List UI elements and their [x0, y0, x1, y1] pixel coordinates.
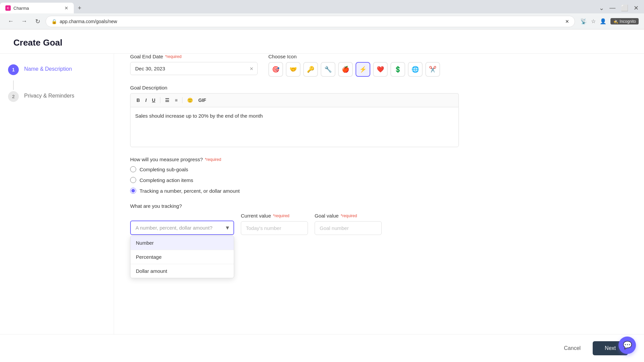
progress-label: How will you measure progress? *required	[130, 157, 459, 162]
italic-button[interactable]: I	[143, 96, 149, 104]
tracking-dropdown-wrapper: A number, percent, dollar amount? ▼ Numb…	[130, 221, 234, 235]
icon-btn-3[interactable]: 🔧	[321, 62, 335, 77]
current-value-group: Current value *required	[241, 213, 308, 235]
minimize-icon[interactable]: —	[609, 4, 615, 12]
radio-action-items[interactable]: Completing action items	[130, 177, 459, 183]
bookmark-icon[interactable]: ☆	[591, 18, 596, 24]
progress-section: How will you measure progress? *required…	[130, 157, 459, 194]
active-tab[interactable]: C Charma ✕	[0, 3, 74, 13]
unordered-list-button[interactable]: ☰	[163, 96, 171, 104]
current-value-label: Current value *required	[241, 213, 308, 219]
tab-controls: ⌄ — ⬜ ✕	[599, 4, 644, 12]
icon-btn-5[interactable]: ⚡	[356, 62, 370, 77]
form-section: Goal End Date *required ✕ Choose Icon	[130, 54, 459, 235]
gif-button[interactable]: GIF	[196, 96, 208, 104]
browser-window: C Charma ✕ + ⌄ — ⬜ ✕ ← → ↻ 🔒 app.charma.…	[0, 0, 644, 362]
chat-icon: 💬	[623, 341, 632, 350]
radio-group: Completing sub-goals Completing action i…	[130, 166, 459, 194]
page-content: Create Goal 1 Name & Description 2 Priva…	[0, 29, 644, 362]
icon-btn-8[interactable]: 🌐	[408, 62, 423, 77]
date-input-wrapper: ✕	[130, 62, 258, 75]
page-title: Create Goal	[13, 38, 631, 48]
radio-tracking-input[interactable]	[130, 188, 136, 194]
date-input[interactable]	[130, 62, 258, 75]
goal-value-label: Goal value *required	[315, 213, 382, 219]
dropdown-menu: Number Percentage Dollar amount	[130, 236, 234, 278]
dropdown-option-number[interactable]: Number	[130, 236, 234, 250]
step-connector	[13, 80, 14, 90]
icon-chooser: Choose Icon 🎯 🤝 🔑 🔧 🍎 ⚡ ❤️ 💲 🌐	[268, 54, 459, 77]
reload-button[interactable]: ↻	[32, 16, 43, 27]
main-layout: 1 Name & Description 2 Privacy & Reminde…	[0, 54, 644, 334]
icon-btn-6[interactable]: ❤️	[373, 62, 388, 77]
dropdown-option-percentage[interactable]: Percentage	[130, 250, 234, 264]
tracking-label: What are you tracking?	[130, 203, 459, 209]
date-clear-button[interactable]: ✕	[250, 66, 254, 71]
clear-address-icon[interactable]: ✕	[565, 19, 569, 24]
radio-sub-goals-input[interactable]	[130, 166, 136, 172]
step-2-circle: 2	[8, 91, 19, 102]
toolbar-divider-2	[182, 97, 182, 103]
current-value-required: *required	[273, 214, 289, 218]
end-date-icon-row: Goal End Date *required ✕ Choose Icon	[130, 54, 459, 77]
description-text: Sales should increase up to 20% by the e…	[135, 113, 263, 119]
end-date-label: Goal End Date *required	[130, 54, 258, 59]
description-label: Goal Description	[130, 85, 459, 90]
tracking-dropdown-display[interactable]: A number, percent, dollar amount?	[130, 221, 234, 235]
icon-btn-0[interactable]: 🎯	[268, 62, 283, 77]
tab-favicon: C	[5, 5, 11, 11]
step-1-circle: 1	[8, 64, 19, 75]
current-value-input[interactable]	[241, 221, 308, 235]
icon-btn-9[interactable]: ✂️	[425, 62, 440, 77]
nav-icons: 📡 ☆ 👤 🕵️ Incognito	[578, 18, 639, 24]
radio-tracking[interactable]: Tracking a number, percent, or dollar am…	[130, 188, 459, 194]
address-bar[interactable]: 🔒 app.charma.com/goals/new ✕	[46, 16, 575, 27]
goal-value-group: Goal value *required	[315, 213, 382, 235]
tracking-section: What are you tracking? A number, percent…	[130, 203, 459, 235]
step-1-item[interactable]: 1 Name & Description	[8, 64, 106, 75]
step-2-item[interactable]: 2 Privacy & Reminders	[8, 91, 106, 102]
radio-sub-goals[interactable]: Completing sub-goals	[130, 166, 459, 172]
description-section: Goal Description B I U ☰ ≡ 🙂 GIF	[130, 85, 459, 147]
end-date-required: *required	[165, 54, 181, 59]
radio-action-items-label: Completing action items	[140, 177, 193, 183]
icon-btn-4[interactable]: 🍎	[338, 62, 353, 77]
icon-btn-2[interactable]: 🔑	[303, 62, 318, 77]
icon-grid: 🎯 🤝 🔑 🔧 🍎 ⚡ ❤️ 💲 🌐 ✂️	[268, 62, 459, 77]
editor-toolbar: B I U ☰ ≡ 🙂 GIF	[130, 93, 459, 107]
progress-required: *required	[205, 157, 221, 162]
radio-action-items-input[interactable]	[130, 177, 136, 183]
dropdown-option-dollar[interactable]: Dollar amount	[130, 264, 234, 278]
form-footer: Cancel Next	[0, 334, 644, 362]
close-icon[interactable]: ✕	[634, 4, 639, 12]
icon-btn-1[interactable]: 🤝	[286, 62, 301, 77]
goal-value-required: *required	[341, 214, 357, 218]
radio-tracking-label: Tracking a number, percent, or dollar am…	[140, 188, 240, 194]
page-header: Create Goal	[0, 29, 644, 54]
toolbar-divider-1	[160, 97, 160, 103]
ordered-list-button[interactable]: ≡	[173, 96, 179, 104]
new-tab-button[interactable]: +	[75, 5, 84, 12]
step-1-label: Name & Description	[24, 64, 72, 72]
emoji-button[interactable]: 🙂	[185, 96, 195, 104]
profile-icon[interactable]: 👤	[600, 18, 606, 24]
tracking-row: A number, percent, dollar amount? ▼ Numb…	[130, 213, 459, 235]
back-button[interactable]: ←	[5, 16, 16, 27]
cast-icon[interactable]: 📡	[580, 18, 587, 24]
bold-button[interactable]: B	[135, 96, 142, 104]
choose-icon-label: Choose Icon	[268, 54, 459, 59]
editor-body[interactable]: Sales should increase up to 20% by the e…	[130, 107, 459, 147]
chat-bubble[interactable]: 💬	[619, 337, 636, 354]
lock-icon: 🔒	[51, 19, 57, 24]
tracking-dropdown-placeholder: A number, percent, dollar amount?	[136, 225, 212, 231]
underline-button[interactable]: U	[150, 96, 157, 104]
end-date-field-group: Goal End Date *required ✕	[130, 54, 258, 75]
icon-btn-7[interactable]: 💲	[390, 62, 405, 77]
cancel-button[interactable]: Cancel	[557, 342, 587, 355]
forward-button[interactable]: →	[19, 16, 30, 27]
tab-close-button[interactable]: ✕	[64, 5, 68, 11]
tab-list-icon[interactable]: ⌄	[599, 4, 604, 12]
incognito-badge: 🕵️ Incognito	[610, 18, 639, 24]
maximize-icon[interactable]: ⬜	[621, 4, 628, 12]
goal-value-input[interactable]	[315, 221, 382, 235]
